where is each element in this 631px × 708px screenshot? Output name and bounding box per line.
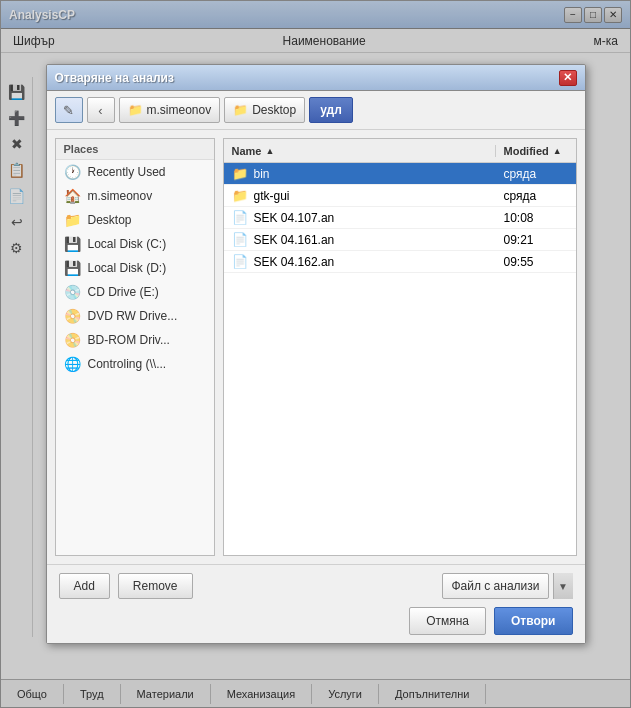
edit-icon: ✎ — [63, 103, 74, 118]
dialog-close-button[interactable]: ✕ — [559, 70, 577, 86]
location-desktop-button[interactable]: 📁 Desktop — [224, 97, 305, 123]
action-blue-button[interactable]: удл — [309, 97, 353, 123]
file-label-gtk: gtk-gui — [254, 189, 290, 203]
col-name-header: Name ▲ — [224, 145, 496, 157]
file-sek161-icon: 📄 — [232, 232, 248, 247]
modified-sort-arrow: ▲ — [553, 146, 562, 156]
desktop-label: Desktop — [252, 103, 296, 117]
bd-icon: 📀 — [64, 332, 82, 348]
folder-gtk-icon: 📁 — [232, 188, 248, 203]
file-name-sek161: 📄 SEK 04.161.an — [224, 232, 496, 247]
file-name-gtk: 📁 gtk-gui — [224, 188, 496, 203]
file-name-sek107: 📄 SEK 04.107.an — [224, 210, 496, 225]
edit-toolbar-button[interactable]: ✎ — [55, 97, 83, 123]
file-sek162-icon: 📄 — [232, 254, 248, 269]
places-item-local-c[interactable]: 💾 Local Disk (C:) — [56, 232, 214, 256]
file-label-bin: bin — [254, 167, 270, 181]
network-label: Controling (\\... — [88, 357, 167, 371]
msimeonov-label: m.simeonov — [88, 189, 153, 203]
back-icon: ‹ — [98, 103, 102, 118]
dialog-toolbar: ✎ ‹ 📁 m.simeonov 📁 Desktop удл — [47, 91, 585, 130]
folder-icon: 📁 — [128, 103, 143, 117]
footer-bottom-buttons: Отмяна Отвори — [59, 607, 573, 635]
action-label: удл — [320, 103, 342, 117]
places-item-local-d[interactable]: 💾 Local Disk (D:) — [56, 256, 214, 280]
dvd-label: DVD RW Drive... — [88, 309, 178, 323]
dialog-body: Places 🕐 Recently Used 🏠 m.simeonov 📁 De… — [47, 130, 585, 564]
footer-top: Add Remove Файл с анализи ▼ — [59, 573, 573, 599]
file-type-selector: Файл с анализи ▼ — [442, 573, 572, 599]
disk-c-icon: 💾 — [64, 236, 82, 252]
bd-label: BD-ROM Driv... — [88, 333, 170, 347]
table-row[interactable]: 📁 gtk-gui сряда — [224, 185, 576, 207]
places-item-dvd[interactable]: 📀 DVD RW Drive... — [56, 304, 214, 328]
home-icon: 🏠 — [64, 188, 82, 204]
file-list-body: 📁 bin сряда 📁 gtk-gui сряда — [224, 163, 576, 555]
location-msimeonov-button[interactable]: 📁 m.simeonov — [119, 97, 221, 123]
desktop-icon: 📁 — [64, 212, 82, 228]
network-icon: 🌐 — [64, 356, 82, 372]
col-modified-label: Modified — [504, 145, 549, 157]
cd-e-icon: 💿 — [64, 284, 82, 300]
places-item-desktop[interactable]: 📁 Desktop — [56, 208, 214, 232]
dialog-title: Отваряне на анализ — [55, 71, 559, 85]
places-panel: Places 🕐 Recently Used 🏠 m.simeonov 📁 De… — [55, 138, 215, 556]
modal-overlay: Отваряне на анализ ✕ ✎ ‹ 📁 m.simeonov 📁 … — [0, 0, 631, 708]
file-type-label: Файл с анализи — [451, 579, 539, 593]
places-item-msimeonov[interactable]: 🏠 m.simeonov — [56, 184, 214, 208]
col-name-label: Name — [232, 145, 262, 157]
disk-d-label: Local Disk (D:) — [88, 261, 167, 275]
folder-bin-icon: 📁 — [232, 166, 248, 181]
file-label-sek107: SEK 04.107.an — [254, 211, 335, 225]
open-analysis-dialog: Отваряне на анализ ✕ ✎ ‹ 📁 m.simeonov 📁 … — [46, 64, 586, 644]
file-modified-bin: сряда — [496, 167, 576, 181]
dialog-titlebar: Отваряне на анализ ✕ — [47, 65, 585, 91]
file-modified-gtk: сряда — [496, 189, 576, 203]
desktop-folder-icon: 📁 — [233, 103, 248, 117]
cancel-button[interactable]: Отмяна — [409, 607, 486, 635]
table-row[interactable]: 📄 SEK 04.107.an 10:08 — [224, 207, 576, 229]
table-row[interactable]: 📄 SEK 04.161.an 09:21 — [224, 229, 576, 251]
add-button[interactable]: Add — [59, 573, 110, 599]
table-row[interactable]: 📄 SEK 04.162.an 09:55 — [224, 251, 576, 273]
sort-up-arrow: ▲ — [265, 146, 274, 156]
file-sek107-icon: 📄 — [232, 210, 248, 225]
back-toolbar-button[interactable]: ‹ — [87, 97, 115, 123]
file-type-dropdown-arrow[interactable]: ▼ — [553, 573, 573, 599]
file-name-bin: 📁 bin — [224, 166, 496, 181]
file-modified-sek107: 10:08 — [496, 211, 576, 225]
cd-e-label: CD Drive (E:) — [88, 285, 159, 299]
disk-c-label: Local Disk (C:) — [88, 237, 167, 251]
file-name-sek162: 📄 SEK 04.162.an — [224, 254, 496, 269]
desktop-places-label: Desktop — [88, 213, 132, 227]
places-item-recently-used[interactable]: 🕐 Recently Used — [56, 160, 214, 184]
col-modified-header: Modified ▲ — [496, 145, 576, 157]
recently-used-icon: 🕐 — [64, 164, 82, 180]
disk-d-icon: 💾 — [64, 260, 82, 276]
table-row[interactable]: 📁 bin сряда — [224, 163, 576, 185]
add-remove-buttons: Add Remove — [59, 573, 193, 599]
dvd-icon: 📀 — [64, 308, 82, 324]
places-header: Places — [56, 139, 214, 160]
open-button[interactable]: Отвори — [494, 607, 572, 635]
places-item-bdrom[interactable]: 📀 BD-ROM Driv... — [56, 328, 214, 352]
file-label-sek161: SEK 04.161.an — [254, 233, 335, 247]
file-list-header: Name ▲ Modified ▲ — [224, 139, 576, 163]
dialog-footer: Add Remove Файл с анализи ▼ Отмяна Отвор… — [47, 564, 585, 643]
recently-used-label: Recently Used — [88, 165, 166, 179]
file-modified-sek161: 09:21 — [496, 233, 576, 247]
places-item-network[interactable]: 🌐 Controling (\\... — [56, 352, 214, 376]
remove-button[interactable]: Remove — [118, 573, 193, 599]
file-type-dropdown[interactable]: Файл с анализи — [442, 573, 548, 599]
file-list-panel: Name ▲ Modified ▲ 📁 bin — [223, 138, 577, 556]
file-label-sek162: SEK 04.162.an — [254, 255, 335, 269]
places-item-cd-e[interactable]: 💿 CD Drive (E:) — [56, 280, 214, 304]
file-modified-sek162: 09:55 — [496, 255, 576, 269]
location-label: m.simeonov — [147, 103, 212, 117]
